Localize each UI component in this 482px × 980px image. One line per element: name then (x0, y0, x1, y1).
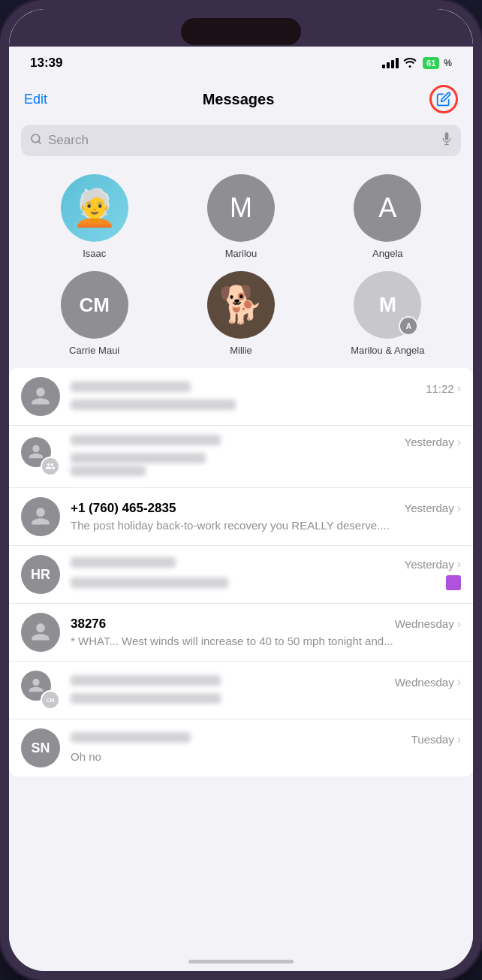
message-body-5: 38276 Wednesday › * WHAT... West winds w… (71, 617, 461, 648)
contact-name-millie: Millie (230, 345, 252, 356)
message-body-1: 11:22 › (71, 381, 461, 412)
notch (181, 18, 301, 45)
contact-name-group: Marilou & Angela (351, 345, 424, 356)
group-badge (41, 457, 60, 476)
content-area: Search 🧑‍🦳 Isaac (9, 119, 473, 971)
svg-rect-1 (445, 132, 449, 140)
contact-avatar-millie: 🐕 (207, 271, 275, 339)
group-badge-icon: A (399, 316, 418, 336)
person-icon (30, 386, 51, 407)
message-time-6: Wednesday › (395, 675, 461, 689)
contact-avatar-group: M A (354, 271, 421, 339)
contact-carrie-maui[interactable]: CM Carrie Maui (27, 271, 161, 356)
search-input[interactable]: Search (48, 133, 435, 148)
message-time-1: 11:22 › (426, 381, 461, 395)
person-icon (28, 677, 44, 694)
message-avatar-7: SN (21, 728, 60, 767)
person-icon (30, 506, 51, 527)
message-item[interactable]: 38276 Wednesday › * WHAT... West winds w… (9, 603, 473, 661)
nav-bar: Edit Messages (9, 80, 473, 119)
message-preview-7: Oh no (71, 750, 101, 763)
message-item[interactable]: +1 (760) 465-2835 Yesterday › The post h… (9, 487, 473, 545)
search-bar[interactable]: Search (21, 125, 461, 156)
message-sender-1 (71, 381, 191, 397)
message-item[interactable]: 11:22 › (9, 368, 473, 425)
message-avatar-6: CM (21, 671, 60, 710)
contact-millie[interactable]: 🐕 Millie (173, 271, 308, 356)
message-sender-5: 38276 (71, 617, 106, 632)
message-sender-7 (71, 732, 191, 747)
message-sender-6 (71, 675, 221, 690)
contact-name-angela: Angela (372, 248, 402, 259)
chevron-right-icon: › (457, 557, 461, 571)
battery-icon: 61 (423, 57, 439, 69)
contact-name-marilou: Marilou (225, 248, 258, 259)
contact-avatar-carrie-maui: CM (61, 271, 128, 339)
message-body-7: Tuesday › Oh no (71, 732, 461, 764)
contact-marilou[interactable]: M Marilou (173, 174, 308, 259)
page-title: Messages (203, 91, 275, 108)
contact-angela[interactable]: A Angela (321, 174, 455, 259)
chevron-right-icon: › (457, 733, 461, 746)
message-body-6: Wednesday › (71, 675, 461, 706)
message-body-4: Yesterday › (71, 557, 461, 593)
message-sender-4 (71, 557, 176, 572)
message-sender-3: +1 (760) 465-2835 (71, 501, 176, 516)
home-indicator (188, 960, 294, 963)
message-item[interactable]: SN Tuesday › Oh no (9, 719, 473, 776)
compose-button[interactable] (429, 85, 458, 113)
message-item[interactable]: Yesterday › (9, 425, 473, 487)
chevron-right-icon: › (457, 675, 461, 689)
message-preview-3: The post holiday back-to-work recovery y… (71, 519, 390, 532)
contact-avatar-angela: A (354, 174, 421, 242)
contact-name-carrie-maui: Carrie Maui (69, 345, 119, 356)
unread-badge (446, 575, 461, 590)
contact-isaac[interactable]: 🧑‍🦳 Isaac (27, 174, 161, 259)
message-avatar-4: HR (21, 555, 60, 594)
status-icons: 61 % (382, 57, 452, 70)
signal-bars-icon (382, 58, 399, 68)
group-badge: CM (41, 690, 60, 710)
message-body-3: +1 (760) 465-2835 Yesterday › The post h… (71, 501, 461, 532)
battery-percent: % (444, 58, 452, 68)
message-time-7: Tuesday › (411, 733, 461, 746)
contact-avatar-isaac: 🧑‍🦳 (61, 174, 128, 242)
message-item[interactable]: HR Yesterday › (9, 545, 473, 603)
edit-button[interactable]: Edit (24, 92, 47, 107)
message-avatar-5 (21, 613, 60, 652)
chevron-right-icon: › (457, 381, 461, 395)
message-time-2: Yesterday › (405, 436, 462, 449)
message-time-5: Wednesday › (395, 617, 461, 631)
message-list: 11:22 › (9, 368, 473, 776)
message-sender-2 (71, 435, 221, 450)
status-time: 13:39 (30, 56, 62, 71)
wifi-icon (403, 57, 417, 70)
message-time-4: Yesterday › (405, 557, 462, 571)
message-preview-5: * WHAT... West winds will increase to 40… (71, 635, 393, 647)
chevron-right-icon: › (457, 617, 461, 631)
message-avatar-1 (21, 377, 60, 416)
phone-frame: 13:39 61 % Edit Messages (0, 0, 482, 980)
message-item[interactable]: CM Wednesday › (9, 661, 473, 719)
compose-icon (436, 92, 451, 107)
message-avatar-2 (21, 437, 60, 476)
contact-name-isaac: Isaac (83, 248, 106, 259)
message-avatar-3 (21, 497, 60, 536)
microphone-icon[interactable] (441, 132, 452, 149)
message-time-3: Yesterday › (405, 502, 462, 515)
status-bar: 13:39 61 % (9, 47, 473, 80)
contact-avatar-marilou: M (207, 174, 275, 242)
person-icon (28, 444, 44, 460)
message-body-2: Yesterday › (71, 435, 461, 478)
search-icon (30, 133, 42, 148)
chevron-right-icon: › (457, 436, 461, 449)
contact-marilou-angela[interactable]: M A Marilou & Angela (321, 271, 455, 356)
pinned-contacts: 🧑‍🦳 Isaac M Marilou A Angela (9, 168, 473, 368)
chevron-right-icon: › (457, 502, 461, 515)
person-icon (30, 622, 51, 643)
